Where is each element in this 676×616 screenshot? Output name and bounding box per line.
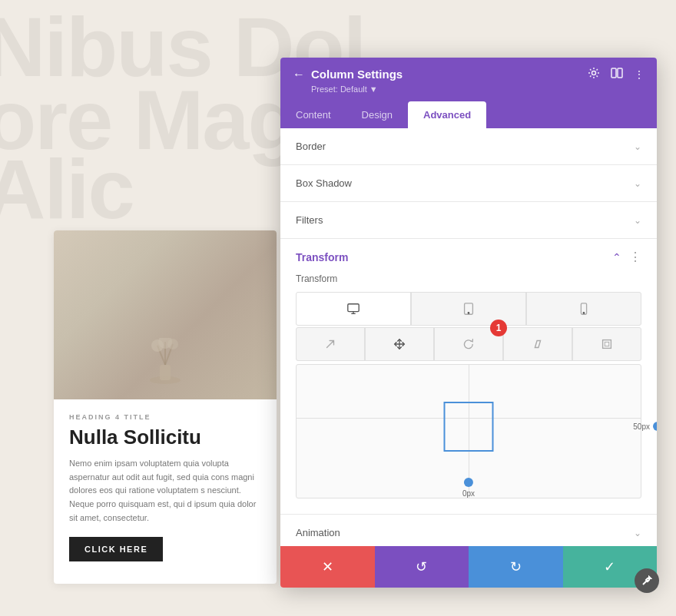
scale-icon — [600, 337, 614, 351]
transform-phone-btn[interactable] — [527, 293, 641, 325]
preset-label[interactable]: Preset: Default — [311, 84, 367, 94]
accordion-box-shadow-chevron-icon: ⌄ — [634, 178, 641, 189]
accordion-animation-chevron-icon: ⌄ — [634, 528, 641, 538]
floating-action-button[interactable] — [635, 568, 659, 593]
svg-rect-1 — [160, 365, 171, 380]
bg-text-line3: Alic — [0, 142, 134, 235]
transform-arrow-btn[interactable] — [297, 328, 364, 360]
svg-rect-9 — [611, 68, 616, 78]
badge-1: 1 — [490, 320, 507, 336]
svg-rect-10 — [618, 68, 622, 78]
svg-point-17 — [583, 313, 584, 313]
svg-rect-11 — [348, 304, 359, 312]
card-body-text: Nemo enim ipsam voluptatem quia volupta … — [69, 457, 261, 525]
svg-rect-20 — [603, 340, 611, 349]
accordion-box-shadow-label: Box Shadow — [296, 177, 352, 189]
panel-title-row: ← Column Settings — [293, 68, 403, 81]
arrow-icon — [323, 337, 337, 351]
h-slider-handle[interactable] — [464, 478, 473, 487]
accordion-border-header[interactable]: Border ⌄ — [280, 128, 657, 164]
accordion-animation: Animation ⌄ — [280, 514, 657, 546]
transform-icon-row1 — [296, 292, 641, 326]
accordion-filters-header[interactable]: Filters ⌄ — [280, 202, 657, 238]
v-slider-container: 50px 2 — [633, 422, 657, 431]
move-icon — [393, 337, 406, 351]
panel-header-top: ← Column Settings ⋮ — [293, 67, 645, 81]
svg-point-15 — [468, 313, 469, 313]
transform-move-btn[interactable] — [366, 328, 433, 360]
monitor-icon — [346, 302, 360, 316]
accordion-animation-header[interactable]: Animation ⌄ — [280, 515, 657, 546]
accordion-animation-label: Animation — [296, 527, 340, 538]
transform-skew-btn[interactable] — [504, 328, 572, 360]
tab-content[interactable]: Content — [280, 101, 346, 128]
transform-tablet-btn[interactable] — [412, 293, 525, 325]
undo-button[interactable]: ↺ — [375, 546, 469, 588]
card-heading-label: HEADING 4 TITLE — [69, 413, 261, 421]
columns-icon[interactable] — [611, 67, 623, 81]
redo-button[interactable]: ↻ — [469, 546, 563, 588]
v-slider-handle[interactable] — [653, 422, 657, 431]
transform-monitor-btn[interactable] — [297, 293, 410, 325]
accordion-border-chevron-icon: ⌄ — [634, 141, 641, 152]
canvas-right-panel — [469, 365, 641, 498]
panel-footer: ✕ ↺ ↻ ✓ — [280, 546, 657, 588]
back-arrow-icon[interactable]: ← — [293, 68, 305, 81]
transform-scale-btn[interactable] — [573, 328, 641, 360]
transform-icon-row2-wrapper: 1 — [296, 327, 641, 361]
transform-preview-box — [444, 402, 494, 452]
card-title: Nulla Sollicitu — [69, 426, 261, 449]
panel-title: Column Settings — [311, 68, 403, 81]
v-slider-label: 50px — [633, 422, 650, 431]
accordion-filters: Filters ⌄ — [280, 202, 657, 239]
click-here-button[interactable]: CLICK HERE — [69, 537, 163, 561]
panel-header: ← Column Settings ⋮ — [280, 58, 657, 101]
tab-design[interactable]: Design — [346, 101, 408, 128]
panel-tabs: Content Design Advanced — [280, 101, 657, 128]
transform-title: Transform — [296, 251, 348, 263]
transform-more-icon[interactable]: ⋮ — [629, 250, 641, 264]
h-slider-label: 0px — [462, 489, 475, 498]
tablet-icon — [462, 302, 476, 316]
transform-header: Transform ⌃ ⋮ — [296, 239, 641, 273]
panel-body: Border ⌄ Box Shadow ⌄ Filters ⌄ Transfor… — [280, 128, 657, 546]
svg-point-8 — [592, 71, 596, 75]
transform-icon-row2 — [296, 327, 641, 361]
tab-advanced[interactable]: Advanced — [408, 101, 486, 128]
transform-sub-label: Transform — [296, 273, 641, 284]
page-card: HEADING 4 TITLE Nulla Sollicitu Nemo eni… — [54, 230, 277, 584]
accordion-filters-label: Filters — [296, 214, 323, 226]
panel-preset: Preset: Default ▼ — [293, 84, 645, 94]
h-slider-container: 0px — [462, 478, 475, 498]
svg-rect-21 — [605, 342, 608, 346]
settings-icon[interactable] — [588, 67, 600, 81]
transform-collapse-icon[interactable]: ⌃ — [612, 251, 621, 263]
card-image-decoration — [134, 338, 196, 384]
transform-header-right: ⌃ ⋮ — [612, 250, 641, 264]
wrench-icon — [641, 575, 652, 586]
accordion-box-shadow-header[interactable]: Box Shadow ⌄ — [280, 165, 657, 201]
accordion-border-label: Border — [296, 141, 326, 152]
transform-canvas-inner: 0px 50px 2 — [297, 365, 641, 498]
card-image — [54, 230, 277, 399]
rotate-icon — [462, 337, 476, 351]
skew-icon — [531, 337, 545, 351]
accordion-border: Border ⌄ — [280, 128, 657, 165]
accordion-filters-chevron-icon: ⌄ — [634, 215, 641, 226]
accordion-box-shadow: Box Shadow ⌄ — [280, 165, 657, 202]
cancel-button[interactable]: ✕ — [280, 546, 375, 588]
phone-icon — [577, 302, 591, 316]
more-options-icon[interactable]: ⋮ — [634, 68, 645, 81]
card-content: HEADING 4 TITLE Nulla Sollicitu Nemo eni… — [54, 399, 277, 575]
panel-header-icons: ⋮ — [588, 67, 645, 81]
column-settings-panel: ← Column Settings ⋮ — [280, 58, 657, 588]
transform-canvas: 0px 50px 2 — [296, 364, 641, 498]
transform-section: Transform ⌃ ⋮ Transform — [280, 239, 657, 514]
